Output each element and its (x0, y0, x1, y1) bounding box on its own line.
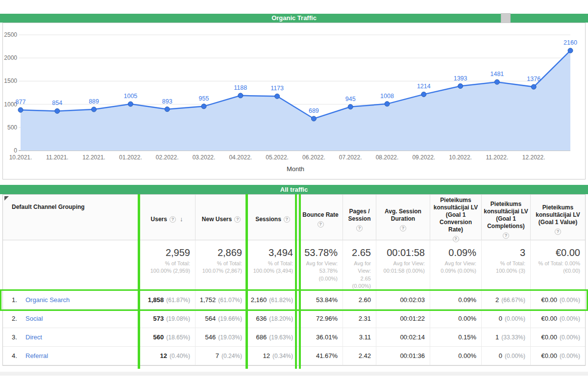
conv-rate-value: 0.00% (458, 352, 476, 359)
help-icon[interactable]: ? (356, 225, 363, 231)
conv-rate-value: 0.15% (458, 333, 476, 341)
conv-rate-value: 0.00% (458, 315, 476, 322)
help-icon[interactable]: ? (400, 225, 406, 231)
avg-duration-value: 00:01:36 (400, 352, 425, 359)
svg-text:02.2022.: 02.2022. (156, 154, 179, 161)
column-header-users[interactable]: Users ? ↓ (139, 195, 196, 244)
svg-text:07.2022.: 07.2022. (339, 154, 362, 161)
summary-pages-session-value: 2.65 (352, 247, 371, 258)
svg-text:Month: Month (287, 165, 304, 173)
users-cell: 573 (19.08%) (139, 309, 196, 328)
sessions-pct: (61.82%) (269, 297, 293, 304)
new-users-pct: (19.03%) (218, 334, 242, 341)
summary-new-users-value: 2,869 (218, 247, 242, 258)
summary-sessions-value: 3,494 (269, 247, 293, 258)
summary-users-value: 2,959 (166, 247, 190, 258)
completions-pct: (33.33%) (501, 334, 525, 341)
completions-value: 1 (495, 333, 499, 341)
column-header-goal1-conversion-rate[interactable]: Pieteikums konsultācijai LV (Goal 1 Conv… (430, 195, 482, 244)
goal-value-value: €0.00 (541, 315, 557, 322)
column-header-bounce-rate[interactable]: Bounce Rate ? (298, 195, 343, 244)
sessions-cell: 636 (18.20%) (247, 309, 298, 328)
svg-text:1393: 1393 (454, 75, 467, 82)
svg-text:1005: 1005 (123, 93, 137, 100)
svg-text:1376: 1376 (527, 76, 540, 82)
pages-session-value: 2.31 (359, 315, 371, 322)
column-header-default-channel-grouping[interactable]: Default Channel Grouping (3, 195, 139, 244)
svg-text:11.2022.: 11.2022. (486, 154, 508, 161)
row-index: 4. (12, 352, 25, 359)
conv-rate-cell: 0.15% (430, 328, 482, 346)
scrollbar-thumb[interactable] (501, 13, 511, 23)
goal1-conversion-rate-header-label: Pieteikums konsultācijai LV (Goal 1 Conv… (432, 197, 479, 233)
channel-link[interactable]: Direct (25, 333, 42, 341)
goal-value-cell: €0.00 (0.00%) (531, 291, 585, 309)
svg-text:1500: 1500 (4, 77, 17, 84)
svg-text:1188: 1188 (234, 84, 247, 91)
conv-rate-cell: 0.09% (430, 291, 482, 309)
completions-cell: 2 (66.67%) (482, 291, 531, 309)
help-icon[interactable]: ? (318, 221, 324, 228)
summary-avg-duration-note: Avg for View: 00:01:58 (0.00%) (381, 260, 425, 275)
help-icon[interactable]: ? (503, 232, 509, 239)
avg-duration-value: 00:02:14 (400, 333, 425, 341)
row-index: 2. (12, 315, 25, 322)
users-value: 560 (153, 333, 164, 341)
svg-text:877: 877 (16, 99, 26, 105)
pages-session-cell: 2.42 (343, 347, 376, 365)
channel-link[interactable]: Social (25, 315, 43, 322)
help-icon[interactable]: ? (234, 216, 241, 223)
goal1-value-header-label: Pieteikums konsultācijai LV (Goal 1 Valu… (533, 204, 583, 226)
users-header-label: Users (151, 216, 167, 223)
help-icon[interactable]: ? (170, 216, 176, 223)
summary-sessions-note: % of Total: 100.00% (3,494) (252, 260, 293, 275)
sessions-header-label: Sessions (255, 216, 281, 223)
conv-rate-value: 0.09% (458, 296, 476, 304)
svg-text:2160: 2160 (564, 39, 577, 46)
column-header-goal1-completions[interactable]: Pieteikums konsultācijai LV (Goal 1 Comp… (482, 195, 531, 244)
column-header-avg-session-duration[interactable]: Avg. Session Duration ? (376, 195, 430, 244)
channel-link[interactable]: Organic Search (25, 296, 70, 304)
summary-new-users-note: % of Total: 100.07% (2,867) (200, 260, 242, 275)
pages-session-cell: 2.60 (343, 291, 376, 309)
dimension-header-label: Default Channel Grouping (12, 204, 85, 211)
goal-value-value: €0.00 (541, 333, 557, 341)
channel-link[interactable]: Referral (25, 352, 48, 359)
summary-avg-duration-value: 00:01:58 (387, 247, 425, 258)
users-pct: (19.08%) (166, 315, 190, 322)
summary-conv-rate-note: Avg for View: 0.09% (0.00%) (435, 260, 476, 275)
new-users-cell: 7 (0.24%) (196, 347, 247, 365)
users-cell: 1,858 (61.87%) (139, 291, 196, 309)
column-header-pages-session[interactable]: Pages / Session ? (343, 195, 376, 244)
help-icon[interactable]: ? (284, 216, 290, 223)
goal-value-cell: €0.00 (0.00%) (531, 347, 585, 365)
sort-descending-icon: ↓ (180, 215, 183, 223)
avg-duration-value: 00:01:22 (400, 315, 425, 322)
summary-conv-rate-cell: 0.09% Avg for View: 0.09% (0.00%) (430, 240, 482, 290)
horizontal-scrollbar-track[interactable] (0, 372, 588, 376)
help-icon[interactable]: ? (555, 229, 561, 235)
new-users-pct: (0.24%) (221, 353, 242, 359)
new-users-value: 564 (205, 315, 216, 322)
svg-text:1214: 1214 (417, 83, 431, 90)
svg-text:854: 854 (52, 100, 62, 106)
table-row: 3. Direct 560 (18.65%) 546 (19.03%) 686 … (3, 328, 585, 347)
sessions-value: 686 (256, 333, 267, 341)
column-header-goal1-value[interactable]: Pieteikums konsultācijai LV (Goal 1 Valu… (531, 195, 585, 244)
table-body: 1. Organic Search 1,858 (61.87%) 1,752 (… (3, 291, 585, 365)
users-value: 12 (160, 352, 167, 359)
column-header-sessions[interactable]: Sessions ? (247, 195, 298, 244)
organic-traffic-chart-panel: 0500100015002000250087785488910058939551… (2, 23, 586, 179)
completions-cell: 1 (33.33%) (482, 328, 531, 346)
users-value: 573 (153, 315, 164, 322)
svg-text:05.2022.: 05.2022. (266, 154, 289, 161)
channel-cell: 4. Referral (3, 347, 139, 365)
svg-text:12.2021.: 12.2021. (82, 154, 105, 161)
new-users-value: 546 (205, 333, 216, 341)
sessions-value: 636 (256, 315, 267, 322)
organic-traffic-title: Organic Traffic (271, 14, 317, 22)
new-users-pct: (19.66%) (218, 315, 242, 322)
column-header-new-users[interactable]: New Users ? (196, 195, 247, 244)
users-pct: (18.65%) (166, 334, 190, 341)
svg-text:08.2022.: 08.2022. (376, 154, 399, 161)
